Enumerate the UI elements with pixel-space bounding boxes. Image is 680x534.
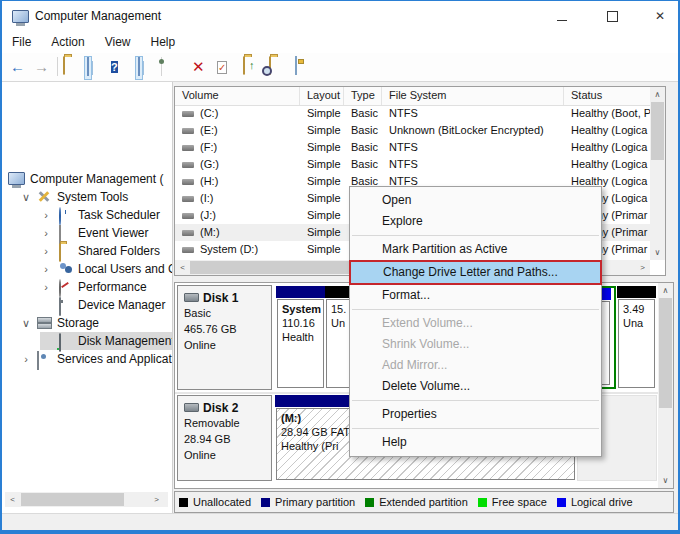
menu-bar: File Action View Help [2, 31, 678, 54]
partition-status: Health [282, 330, 319, 344]
close-button[interactable]: ✕ [643, 1, 677, 31]
sidebar-item-storage[interactable]: ∨ Storage [2, 314, 172, 332]
minimize-button[interactable] [545, 1, 579, 31]
sidebar-item-event-viewer[interactable]: › Event Viewer [2, 224, 172, 242]
menu-item-properties[interactable]: Properties [350, 404, 601, 425]
column-header-status[interactable]: Status [564, 87, 650, 105]
folder-search-icon[interactable] [269, 57, 271, 77]
legend-item-unallocated: Unallocated [179, 496, 251, 508]
sidebar-item-task-scheduler[interactable]: › Task Scheduler [2, 206, 172, 224]
scrollbar-thumb[interactable] [651, 102, 664, 160]
scroll-right-icon[interactable]: > [636, 261, 649, 274]
primary-partition-swatch [261, 498, 270, 507]
maximize-button[interactable] [595, 1, 629, 31]
sidebar-item-computer-management[interactable]: Computer Management ( [2, 170, 172, 188]
volume-icon [182, 179, 194, 185]
app-icon [12, 10, 29, 23]
maximize-icon [607, 11, 618, 22]
sidebar-item-local-users-groups[interactable]: › Local Users and Gr [2, 260, 172, 278]
disk2-info-box[interactable]: Disk 2 Removable 28.94 GB Online [177, 395, 272, 481]
menu-action[interactable]: Action [41, 31, 94, 53]
scroll-down-icon[interactable]: ∨ [659, 474, 672, 487]
menu-item-open[interactable]: Open [350, 190, 601, 211]
menu-view[interactable]: View [95, 31, 141, 53]
menu-help[interactable]: Help [141, 31, 186, 53]
scroll-up-icon[interactable]: ∧ [651, 88, 664, 101]
scrollbar-thumb[interactable] [659, 298, 672, 408]
menu-item-format[interactable]: Format... [350, 285, 601, 306]
menu-item-help[interactable]: Help [350, 432, 601, 453]
column-header-volume[interactable]: Volume [175, 87, 300, 105]
expander-icon[interactable]: ∨ [20, 314, 32, 332]
sidebar-item-performance[interactable]: › Performance [2, 278, 172, 296]
menu-separator [352, 309, 599, 310]
menu-file[interactable]: File [2, 31, 41, 53]
window-title: Computer Management [35, 1, 161, 31]
back-icon[interactable]: ← [10, 57, 25, 77]
disk-drive-icon [184, 403, 199, 412]
scroll-left-icon[interactable]: < [6, 493, 19, 506]
properties-list-icon[interactable] [295, 57, 297, 77]
free-space-swatch [478, 498, 487, 507]
export-folder-icon[interactable] [63, 57, 65, 77]
disk-pane-v-scrollbar[interactable]: ∧ ∨ [658, 283, 673, 488]
volume-list-v-scrollbar[interactable]: ∧ ∨ [650, 87, 665, 260]
sidebar-item-device-manager[interactable]: Device Manager [2, 296, 172, 314]
menu-separator [352, 428, 599, 429]
menu-item-mark-partition-active[interactable]: Mark Partition as Active [350, 239, 601, 260]
volume-row-e[interactable]: (E:) Simple Basic Unknown (BitLocker Enc… [175, 122, 650, 139]
partition-size: 110.16 [282, 316, 319, 330]
column-header-layout[interactable]: Layout [300, 87, 344, 105]
expander-icon[interactable]: › [40, 242, 52, 260]
scroll-up-icon[interactable]: ∧ [659, 284, 672, 297]
scroll-down-icon[interactable]: ∨ [651, 246, 664, 259]
unallocated-strip [617, 286, 656, 298]
check-document-icon[interactable]: ✓ [217, 57, 227, 77]
disk2-title: Disk 2 [203, 401, 238, 415]
forward-icon[interactable]: → [34, 57, 49, 77]
primary-partition-strip [276, 286, 325, 298]
expander-icon[interactable]: › [40, 224, 52, 242]
volume-row-f[interactable]: (F:) Simple Basic NTFS Healthy (Logica [175, 139, 650, 156]
services-icon [37, 351, 39, 370]
menu-item-change-drive-letter[interactable]: Change Drive Letter and Paths... [349, 260, 602, 285]
scroll-left-icon[interactable]: < [176, 261, 189, 274]
sidebar-item-shared-folders[interactable]: › Shared Folders [2, 242, 172, 260]
volume-icon [182, 213, 194, 219]
scroll-right-icon[interactable]: > [150, 493, 163, 506]
column-header-file-system[interactable]: File System [382, 87, 564, 105]
expander-icon[interactable]: ∨ [20, 188, 32, 206]
extended-partition-swatch [365, 498, 374, 507]
legend-item-free-space: Free space [478, 496, 547, 508]
expander-icon[interactable]: › [20, 350, 32, 368]
disk1-info-box[interactable]: Disk 1 Basic 465.76 GB Online [177, 285, 272, 390]
expander-icon[interactable]: › [40, 206, 52, 224]
volume-icon [182, 128, 194, 134]
scrollbar-thumb[interactable] [21, 493, 124, 506]
expander-icon[interactable]: › [40, 260, 52, 278]
disk-drive-icon [184, 293, 199, 302]
sidebar-item-system-tools[interactable]: ∨ System Tools [2, 188, 172, 206]
disk1-partition-unallocated-2[interactable]: 3.49 Una [617, 286, 656, 389]
expander-icon[interactable]: › [40, 278, 52, 296]
volume-row-g[interactable]: (G:) Simple Basic NTFS Healthy (Logica [175, 156, 650, 173]
action-pane-toggle-icon[interactable] [135, 56, 143, 80]
menu-item-explore[interactable]: Explore [350, 211, 601, 232]
disk1-partition-system[interactable]: System 110.16 Health [276, 286, 325, 389]
logical-drive-swatch [557, 498, 566, 507]
help-icon[interactable]: ? [111, 57, 118, 77]
minimize-icon [557, 20, 567, 21]
sidebar-item-services-applications[interactable]: › Services and Applicati [2, 350, 172, 368]
partition-name: System [282, 302, 319, 316]
computer-icon [8, 172, 25, 185]
console-tree-toggle-icon[interactable] [84, 56, 92, 80]
column-header-type[interactable]: Type [344, 87, 382, 105]
computer-management-window: Computer Management ✕ File Action View H… [0, 0, 680, 534]
sidebar-item-disk-management[interactable]: Disk Management [2, 332, 172, 350]
volume-row-c[interactable]: (C:) Simple Basic NTFS Healthy (Boot, P [175, 105, 650, 122]
disk2-type: Removable [184, 415, 265, 431]
sidebar-h-scrollbar[interactable]: < > [5, 492, 168, 507]
delete-icon[interactable]: ✕ [192, 57, 205, 77]
menu-item-delete-volume[interactable]: Delete Volume... [350, 376, 601, 397]
folder-up-icon[interactable]: ↑ [243, 57, 245, 77]
